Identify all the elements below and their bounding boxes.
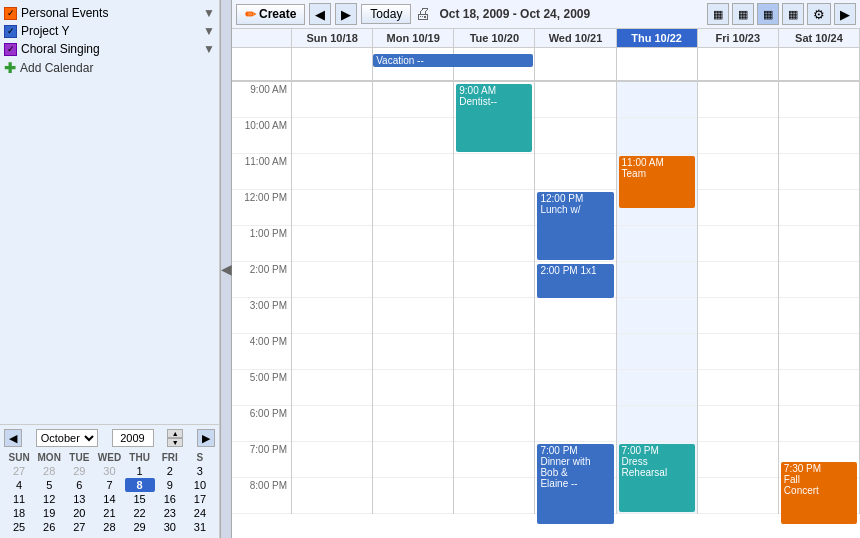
dress-rehearsal-event[interactable]: 7:00 PMDressRehearsal (619, 444, 695, 512)
mini-cal-day[interactable]: 12 (34, 492, 64, 506)
mini-cal-day[interactable]: 5 (34, 478, 64, 492)
sidebar-item-personal[interactable]: ✓ Personal Events ▼ (0, 4, 219, 22)
day-view-button[interactable]: ▦ (707, 3, 729, 25)
mini-cal-prev[interactable]: ◀ (4, 429, 22, 447)
year-up[interactable]: ▲ (167, 429, 183, 438)
wed-slot-0 (535, 82, 615, 118)
1x1-event[interactable]: 2:00 PM 1x1 (537, 264, 613, 298)
mini-cal-day[interactable]: 28 (34, 464, 64, 478)
dinner-event[interactable]: 7:00 PMDinner withBob &Elaine -- (537, 444, 613, 524)
mini-cal-day[interactable]: 10 (185, 478, 215, 492)
sun-slot-6 (292, 298, 372, 334)
mini-cal-day[interactable]: 29 (125, 520, 155, 534)
dow-tue: TUE (64, 451, 94, 464)
sun-slot-4 (292, 226, 372, 262)
tue-slot-3 (454, 190, 534, 226)
choral-checkbox[interactable]: ✓ (4, 43, 17, 56)
week-view[interactable]: Sun 10/18 Mon 10/19 Tue 10/20 Wed 10/21 … (232, 29, 860, 538)
vacation-event[interactable]: Vacation -- (373, 54, 533, 67)
day-header-fri[interactable]: Fri 10/23 (698, 29, 779, 47)
today-label: Today (370, 7, 402, 21)
month-view-button[interactable]: ▦ (757, 3, 779, 25)
tue-slot-6 (454, 298, 534, 334)
sidebar-collapse-handle[interactable]: ◀ (220, 0, 232, 538)
day-header-thu[interactable]: Thu 10/22 (617, 29, 698, 47)
year-down[interactable]: ▼ (167, 438, 183, 447)
day-header-tue[interactable]: Tue 10/20 (454, 29, 535, 47)
mini-cal-year-input[interactable] (112, 429, 154, 447)
choral-options[interactable]: ▼ (203, 42, 215, 56)
mini-cal-day[interactable]: 30 (94, 464, 124, 478)
mini-cal-day[interactable]: 20 (64, 506, 94, 520)
more-button[interactable]: ▶ (834, 3, 856, 25)
mini-cal-day[interactable]: 3 (185, 464, 215, 478)
mini-cal-day[interactable]: 17 (185, 492, 215, 506)
sidebar-item-choral[interactable]: ✓ Choral Singing ▼ (0, 40, 219, 58)
mini-cal-day[interactable]: 21 (94, 506, 124, 520)
mini-cal-day[interactable]: 9 (155, 478, 185, 492)
mini-cal-day[interactable]: 4 (4, 478, 34, 492)
mini-cal-day[interactable]: 16 (155, 492, 185, 506)
prev-week-button[interactable]: ◀ (309, 3, 331, 25)
mini-cal-day[interactable]: 29 (64, 464, 94, 478)
mini-cal-day[interactable]: 1 (125, 464, 155, 478)
mini-cal-day[interactable]: 11 (4, 492, 34, 506)
mini-cal-day[interactable]: 18 (4, 506, 34, 520)
add-calendar-button[interactable]: ✚ Add Calendar (0, 58, 219, 78)
lunch-event[interactable]: 12:00 PMLunch w/ (537, 192, 613, 260)
mini-cal-day[interactable]: 31 (185, 520, 215, 534)
day-col-thu: 11:00 AMTeam 7:00 PMDressRehearsal (617, 82, 698, 514)
sat-slot-5 (779, 262, 859, 298)
fall-concert-event[interactable]: 7:30 PMFallConcert (781, 462, 857, 524)
project-checkbox[interactable]: ✓ (4, 25, 17, 38)
fri-slot-3 (698, 190, 778, 226)
mini-cal-day[interactable]: 15 (125, 492, 155, 506)
next-week-button[interactable]: ▶ (335, 3, 357, 25)
mini-cal-day[interactable]: 27 (64, 520, 94, 534)
printer-icon[interactable]: 🖨 (415, 5, 431, 23)
mini-cal-day[interactable]: 27 (4, 464, 34, 478)
today-button[interactable]: Today (361, 4, 411, 24)
settings-button[interactable]: ⚙ (807, 3, 831, 25)
day-header-mon[interactable]: Mon 10/19 (373, 29, 454, 47)
mini-cal-day[interactable]: 28 (94, 520, 124, 534)
day-header-sat[interactable]: Sat 10/24 (779, 29, 860, 47)
4day-view-button[interactable]: ▦ (782, 3, 804, 25)
personal-checkbox[interactable]: ✓ (4, 7, 17, 20)
day-col-sun (292, 82, 373, 514)
thu-slot-1 (617, 118, 697, 154)
project-options[interactable]: ▼ (203, 24, 215, 38)
mini-cal-day[interactable]: 8 (125, 478, 155, 492)
tue-slot-11 (454, 478, 534, 514)
dentist-event[interactable]: 9:00 AMDentist-- (456, 84, 532, 152)
team-event[interactable]: 11:00 AMTeam (619, 156, 695, 208)
sat-label: Sat 10/24 (779, 32, 859, 44)
mini-cal-day[interactable]: 24 (185, 506, 215, 520)
mini-cal-day[interactable]: 7 (94, 478, 124, 492)
mon-slot-0 (373, 82, 453, 118)
tue-label: Tue 10/20 (454, 32, 534, 44)
mini-cal-day[interactable]: 13 (64, 492, 94, 506)
day-header-wed[interactable]: Wed 10/21 (535, 29, 616, 47)
mon-slot-9 (373, 406, 453, 442)
mini-cal-month-select[interactable]: October (36, 429, 98, 447)
mini-cal-next[interactable]: ▶ (197, 429, 215, 447)
mini-cal-day[interactable]: 30 (155, 520, 185, 534)
mini-cal-day[interactable]: 2 (155, 464, 185, 478)
mini-cal-day[interactable]: 26 (34, 520, 64, 534)
mini-cal-day[interactable]: 14 (94, 492, 124, 506)
mon-slot-7 (373, 334, 453, 370)
tue-slot-5 (454, 262, 534, 298)
mini-cal-day[interactable]: 6 (64, 478, 94, 492)
create-button[interactable]: ✏ Create (236, 4, 305, 25)
mini-cal-day[interactable]: 23 (155, 506, 185, 520)
time-label-1000: 10:00 AM (232, 118, 291, 154)
day-header-sun[interactable]: Sun 10/18 (292, 29, 373, 47)
week-view-button[interactable]: ▦ (732, 3, 754, 25)
mini-cal-day[interactable]: 25 (4, 520, 34, 534)
mini-cal-day[interactable]: 22 (125, 506, 155, 520)
mini-cal-day[interactable]: 19 (34, 506, 64, 520)
4day-view-icon: ▦ (788, 8, 798, 20)
sidebar-item-project[interactable]: ✓ Project Y ▼ (0, 22, 219, 40)
personal-options[interactable]: ▼ (203, 6, 215, 20)
